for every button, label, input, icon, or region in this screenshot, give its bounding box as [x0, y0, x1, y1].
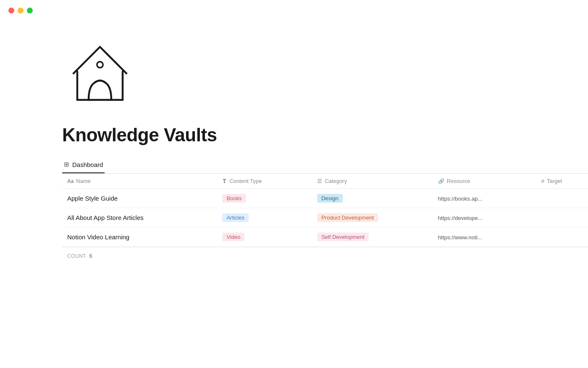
row-content-type[interactable]: Video [217, 228, 312, 247]
table-row[interactable]: All About App Store Articles Articles Pr… [62, 208, 588, 228]
col-header-name[interactable]: Aa Name [62, 174, 217, 189]
knowledge-table: Aa Name ❣ Content Type ☰ Category [62, 174, 588, 247]
tab-dashboard[interactable]: ⊞ Dashboard [62, 157, 105, 173]
row-category[interactable]: Product Development [312, 208, 433, 228]
name-col-icon: Aa [67, 178, 74, 184]
table-row[interactable]: Notion Video Learning Video Self Develop… [62, 228, 588, 247]
target-col-icon: # [541, 178, 544, 184]
resource-col-icon: 🔗 [438, 178, 444, 184]
traffic-light-yellow[interactable] [18, 8, 24, 13]
row-name[interactable]: Notion Video Learning [62, 228, 217, 247]
row-resource[interactable]: https://develope... [433, 208, 536, 228]
house-icon [62, 34, 138, 109]
resource-col-label: Resource [447, 178, 470, 184]
content-type-col-icon: ❣ [222, 178, 227, 184]
row-content-type[interactable]: Articles [217, 208, 312, 228]
tab-bar: ⊞ Dashboard [62, 157, 588, 174]
category-col-label: Category [325, 178, 347, 184]
count-value: 6 [89, 253, 92, 259]
row-category[interactable]: Self Development [312, 228, 433, 247]
col-header-category[interactable]: ☰ Category [312, 174, 433, 189]
count-footer: COUNT 6 [62, 247, 588, 265]
svg-point-3 [97, 62, 103, 68]
row-content-type[interactable]: Books [217, 189, 312, 208]
category-col-icon: ☰ [317, 178, 322, 184]
table-row[interactable]: Apple Style Guide Books Design https://b… [62, 189, 588, 208]
row-target [536, 208, 588, 228]
row-category[interactable]: Design [312, 189, 433, 208]
table-header-row: Aa Name ❣ Content Type ☰ Category [62, 174, 588, 189]
row-name[interactable]: Apple Style Guide [62, 189, 217, 208]
row-resource[interactable]: https://books.ap... [433, 189, 536, 208]
category-badge: Product Development [317, 213, 378, 222]
content-type-badge: Books [222, 194, 246, 203]
page-title: Knowledge Vaults [62, 124, 588, 146]
row-name[interactable]: All About App Store Articles [62, 208, 217, 228]
traffic-lights [0, 0, 41, 21]
traffic-light-green[interactable] [27, 8, 33, 13]
col-header-resource[interactable]: 🔗 Resource [433, 174, 536, 189]
col-header-target[interactable]: # Target [536, 174, 588, 189]
row-resource[interactable]: https://www.noti... [433, 228, 536, 247]
category-badge: Design [317, 194, 342, 203]
row-target [536, 228, 588, 247]
content-type-badge: Articles [222, 213, 249, 222]
name-col-label: Name [76, 178, 91, 184]
traffic-light-red[interactable] [8, 8, 14, 13]
page-content: Knowledge Vaults ⊞ Dashboard Aa Name [0, 0, 588, 290]
target-col-label: Target [547, 178, 562, 184]
page-icon-area [62, 34, 588, 111]
category-badge: Self Development [317, 233, 369, 241]
tab-dashboard-label: Dashboard [72, 161, 103, 168]
row-target [536, 189, 588, 208]
content-type-col-label: Content Type [229, 178, 262, 184]
table-container: Aa Name ❣ Content Type ☰ Category [62, 174, 588, 265]
content-type-badge: Video [222, 233, 244, 241]
count-label: COUNT [67, 253, 86, 259]
dashboard-icon: ⊞ [64, 161, 69, 168]
col-header-content-type[interactable]: ❣ Content Type [217, 174, 312, 189]
